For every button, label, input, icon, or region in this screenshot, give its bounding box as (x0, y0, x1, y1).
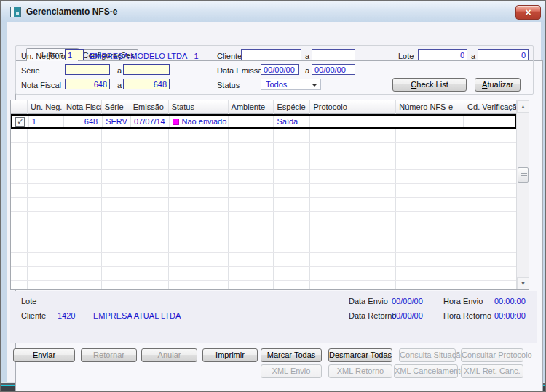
detail-cliente-name: EMPRESA ATUAL LTDA (93, 311, 181, 321)
grid-empty-row (11, 156, 517, 170)
marcar-todas-button[interactable]: Marcar Todas (261, 348, 322, 362)
grid-vertical-scrollbar[interactable]: ▲ ▼ (516, 100, 529, 289)
nota-fiscal-range-separator: a (117, 81, 122, 90)
anular-button: Anular (141, 348, 197, 362)
app-icon (10, 7, 21, 17)
status-dropdown[interactable]: Todos (261, 79, 321, 90)
grid-header-col-6[interactable]: Ambiente (229, 100, 274, 114)
xml-ret-canc-button: XML Ret. Canc. (461, 364, 523, 378)
scrollbar-thumb[interactable] (518, 167, 529, 183)
grid-cell: 07/07/14 (131, 116, 170, 127)
grid-header-col-7[interactable]: Espécie (274, 100, 310, 114)
grid-empty-row (11, 170, 517, 184)
grid-header-col-10[interactable]: Cd. Verificação (464, 100, 517, 114)
check-list-button[interactable]: Check List (392, 78, 467, 92)
grid-empty-row (11, 225, 517, 239)
data-emissao-label: Data Emissão (217, 66, 266, 76)
actions-divider (10, 343, 537, 343)
grid-cell: Saída (274, 116, 310, 127)
grid-empty-row (11, 143, 517, 156)
detail-cliente-label: Cliente (21, 311, 46, 321)
xml-retorno-button: XML Retorno (328, 364, 392, 378)
status-color-icon (173, 119, 179, 125)
hora-envio-value: 00:00:00 (494, 297, 526, 306)
grid-cell: SERV (103, 116, 131, 127)
desmarcar-todas-button[interactable]: Desmarcar Todas (328, 348, 392, 362)
status-label: Status (217, 81, 240, 90)
grid-cell (395, 116, 463, 127)
hora-retorno-label: Hora Retorno (443, 311, 491, 321)
detail-cliente-code: 1420 (58, 311, 75, 321)
cliente-from-input[interactable] (241, 49, 301, 60)
serie-to-input[interactable] (123, 64, 170, 75)
lote-range-separator: a (471, 52, 475, 61)
serie-range-separator: a (117, 66, 122, 76)
grid-cell: 648 (64, 116, 103, 127)
grid-empty-row (11, 198, 517, 212)
scroll-up-button[interactable]: ▲ (517, 100, 529, 113)
hora-retorno-value: 00:00:00 (494, 311, 526, 321)
grid-cell: 1 (29, 116, 65, 127)
nota-fiscal-from-input[interactable] (65, 79, 110, 89)
grid-empty-row (11, 212, 517, 225)
retornar-button: Retornar (81, 348, 137, 362)
status-selected-value: Todos (266, 80, 287, 89)
serie-from-input[interactable] (65, 64, 110, 75)
data-emissao-range-separator: a (305, 66, 309, 76)
titlebar: Gerenciamento NFS-e × (1, 1, 546, 22)
data-retorno-label: Data Retorno (349, 311, 396, 321)
grid-cell (464, 116, 515, 127)
lote-label: Lote (398, 52, 414, 61)
cliente-range-separator: a (305, 52, 309, 61)
consultar-protocolo-button: Consultar Protocolo (461, 348, 523, 362)
results-grid: Un. Neg.Nota FiscalSérieEmissãoStatusAmb… (10, 100, 529, 290)
detail-lote-label: Lote (21, 297, 36, 306)
application-window: Gerenciamento NFS-e × Filtros Configuraç… (0, 0, 546, 392)
hora-envio-label: Hora Envio (443, 297, 483, 306)
grid-header-col-4[interactable]: Emissão (130, 100, 169, 114)
row-checkbox[interactable]: ✓ (15, 117, 25, 127)
grid-header-col-0[interactable] (11, 100, 28, 114)
data-envio-label: Data Envio (349, 297, 388, 306)
nota-fiscal-label: Nota Fiscal (21, 81, 61, 90)
grid-header-col-1[interactable]: Un. Neg. (28, 100, 63, 114)
grid-empty-row (11, 281, 517, 289)
consulta-situacao-button: Consulta Situação (399, 348, 456, 362)
atualizar-button[interactable]: Atualizar (475, 78, 521, 92)
grid-empty-row (11, 184, 517, 198)
data-retorno-value: 00/00/00 (392, 311, 423, 321)
data-emissao-to-input[interactable] (312, 64, 355, 75)
un-negocio-company: EMPRESA MODELO LTDA - 1 (90, 52, 199, 61)
close-icon: × (525, 7, 531, 18)
un-negocio-input[interactable] (65, 49, 84, 60)
chevron-down-icon (312, 84, 317, 87)
window-title: Gerenciamento NFS-e (26, 7, 117, 17)
nota-fiscal-to-input[interactable] (123, 79, 170, 89)
un-negocio-label: Un. Negócio (21, 52, 66, 61)
grid-empty-row (11, 129, 517, 143)
close-button[interactable]: × (515, 5, 541, 20)
enviar-button[interactable]: Enviar (13, 348, 75, 362)
grid-header-col-8[interactable]: Protocolo (310, 100, 396, 114)
grid-header-col-3[interactable]: Série (102, 100, 130, 114)
serie-label: Série (21, 66, 40, 76)
imprimir-button[interactable]: Imprimir (202, 348, 258, 362)
xml-envio-button: XML Envio (261, 364, 322, 378)
scroll-down-button[interactable]: ▼ (517, 277, 529, 289)
grid-empty-row (11, 253, 517, 267)
data-emissao-from-input[interactable] (261, 64, 299, 75)
grid-header-col-2[interactable]: Nota Fiscal (63, 100, 102, 114)
grid-header-col-9[interactable]: Número NFS-e (396, 100, 464, 114)
grid-empty-row (11, 239, 517, 253)
lote-from-input[interactable] (418, 49, 467, 60)
lote-to-input[interactable] (478, 49, 529, 60)
grid-cell (310, 116, 395, 127)
cliente-label: Cliente (217, 52, 242, 61)
data-envio-value: 00/00/00 (392, 297, 423, 306)
grid-cell: Não enviado (170, 116, 229, 127)
grid-empty-row (11, 267, 517, 281)
grid-header-col-5[interactable]: Status (169, 100, 229, 114)
cliente-to-input[interactable] (312, 49, 355, 60)
grid-row[interactable]: ✓1648SERV07/07/14Não enviadoSaída (11, 114, 517, 129)
grid-cell (229, 116, 274, 127)
